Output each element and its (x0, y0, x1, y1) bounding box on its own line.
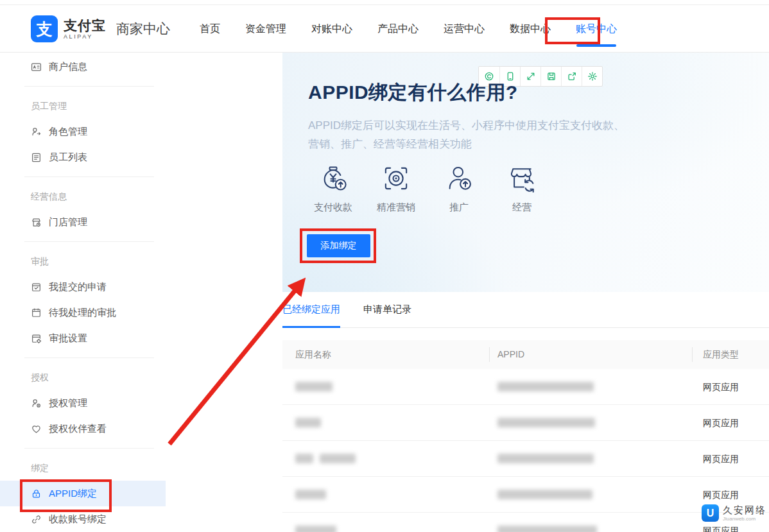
header: 支 支付宝 ALIPAY 商家中心 首页资金管理对账中心产品中心运营中心数据中心… (0, 6, 769, 53)
nav-item-operations[interactable]: 运营中心 (444, 19, 485, 40)
save-icon[interactable] (540, 67, 561, 86)
feature-label: 支付收款 (314, 202, 352, 214)
feature-payment: 支付收款 (308, 162, 358, 214)
sidebar-item-label: 门店管理 (49, 216, 87, 228)
tab-bar: 已经绑定应用 申请单记录 (282, 292, 769, 328)
sidebar-item-store-management[interactable]: 门店管理 (0, 209, 166, 235)
brand-wordmark-zh: 支付宝 (64, 19, 106, 32)
feature-marketing: 精准营销 (371, 162, 421, 214)
promote-icon (443, 162, 475, 194)
redacted-app-name (295, 490, 326, 499)
target-icon (380, 162, 412, 194)
calendar-check-icon (31, 282, 42, 293)
page: 支 支付宝 ALIPAY 商家中心 首页资金管理对账中心产品中心运营中心数据中心… (0, 0, 769, 532)
jiuanweb-logo-icon: U (702, 504, 719, 522)
sidebar-item-role-management[interactable]: 角色管理 (0, 119, 166, 144)
sidebar-item-label: 商户信息 (49, 61, 87, 73)
nav-item-data[interactable]: 数据中心 (510, 19, 551, 40)
feature-list: 支付收款精准营销推广经营 (308, 162, 547, 214)
nav-item-products[interactable]: 产品中心 (377, 19, 419, 40)
nav-item-funds[interactable]: 资金管理 (245, 19, 286, 40)
app-type-cell: 网页应用 (703, 526, 739, 532)
sidebar-item-pending-approvals[interactable]: 待我处理的审批 (0, 300, 166, 325)
feature-operation: 经营 (497, 162, 547, 214)
top-strip (0, 0, 769, 5)
table-row: 网页应用 (282, 513, 769, 532)
sidebar-item-staff-list[interactable]: 员工列表 (0, 144, 166, 170)
nav-item-home[interactable]: 首页 (200, 19, 220, 40)
sidebar-item-label: 待我处理的审批 (49, 307, 116, 319)
sidebar-item-merchant-info[interactable]: 商户信息 (0, 54, 166, 80)
sidebar-item-auth-partner-view[interactable]: 授权伙伴查看 (0, 416, 166, 442)
watermark-text: 久安网络 Jiuanweb.com (723, 505, 766, 522)
portal-title: 商家中心 (116, 20, 170, 38)
tab-bound-apps[interactable]: 已经绑定应用 (282, 292, 340, 327)
redacted-appid (497, 418, 595, 427)
table-row: 网页应用 (282, 369, 769, 405)
table-body: 网页应用网页应用网页应用网页应用网页应用 (282, 369, 769, 532)
nav-item-reconciliation[interactable]: 对账中心 (311, 19, 352, 40)
calendar-icon (31, 307, 42, 318)
expand-icon[interactable] (520, 67, 540, 86)
hero-description-line-1: APPID绑定后可以实现在生活号、小程序中使用支付宝支付收款、 (308, 116, 625, 135)
sidebar-divider (24, 86, 154, 87)
app-type-cell: 网页应用 (703, 382, 739, 393)
list-icon (31, 152, 42, 163)
brand-logo[interactable]: 支 支付宝 ALIPAY (31, 15, 106, 42)
app-type-cell: 网页应用 (703, 454, 739, 465)
sidebar-group-header: 绑定 (0, 455, 166, 481)
tab-application-records[interactable]: 申请单记录 (363, 292, 411, 327)
column-header-app-type: 应用类型 (703, 349, 739, 361)
user-switch-icon (31, 126, 42, 137)
redacted-app-name (295, 454, 313, 463)
sidebar-item-label: 角色管理 (49, 126, 87, 138)
column-header-appid: APPID (497, 349, 524, 359)
sidebar-divider (24, 241, 154, 242)
moneybag-icon (317, 162, 349, 194)
store-icon (31, 217, 42, 228)
brand-wordmark: 支付宝 ALIPAY (64, 19, 106, 40)
feature-label: 推广 (449, 202, 469, 214)
redacted-app-name (295, 526, 336, 532)
lock-icon (31, 488, 42, 499)
shop-icon (506, 162, 538, 194)
sidebar-item-label: 员工列表 (49, 151, 87, 164)
sidebar-divider (24, 357, 154, 358)
watermark-name: 久安网络 (723, 505, 766, 515)
calendar-gear-icon (31, 333, 42, 344)
redacted-app-name (295, 382, 333, 391)
sidebar-item-label: 授权伙伴查看 (49, 423, 107, 435)
sidebar-item-label: 授权管理 (49, 397, 87, 409)
hero-banner: APPID绑定有什么作用? APPID绑定后可以实现在生活号、小程序中使用支付宝… (282, 53, 769, 292)
watermark-domain: Jiuanweb.com (723, 517, 766, 522)
settings-icon[interactable] (582, 67, 602, 86)
table-row: 网页应用 (282, 477, 769, 513)
hero-description: APPID绑定后可以实现在生活号、小程序中使用支付宝支付收款、 营销、推广、经营… (308, 116, 625, 153)
table-row: 网页应用 (282, 405, 769, 441)
share-icon[interactable] (561, 67, 582, 86)
sidebar-group-header: 员工管理 (0, 93, 166, 119)
hero-description-line-2: 营销、推广、经营等经营相关功能 (308, 135, 625, 153)
id-card-icon (31, 62, 42, 73)
redacted-app-name (320, 454, 356, 463)
sidebar-divider (24, 448, 154, 449)
main-content: APPID绑定有什么作用? APPID绑定后可以实现在生活号、小程序中使用支付宝… (282, 53, 769, 532)
alipay-logo-icon: 支 (31, 15, 58, 42)
sidebar-item-payee-account-binding[interactable]: 收款账号绑定 (0, 506, 166, 532)
sidebar: 商户信息员工管理角色管理员工列表经营信息门店管理审批我提交的申请待我处理的审批审… (0, 53, 166, 532)
user-key-icon (31, 398, 42, 409)
sidebar-item-my-applications[interactable]: 我提交的申请 (0, 274, 166, 300)
nav-item-account[interactable]: 账号中心 (576, 19, 617, 40)
hero-title: APPID绑定有什么作用? (308, 80, 518, 106)
sidebar-item-auth-management[interactable]: 授权管理 (0, 390, 166, 416)
feature-label: 精准营销 (377, 202, 415, 214)
redacted-appid (497, 382, 594, 391)
sidebar-item-label: 收款账号绑定 (49, 513, 107, 526)
sidebar-item-appid-binding[interactable]: APPID绑定 (0, 481, 166, 506)
sidebar-item-label: 我提交的申请 (49, 281, 107, 293)
sidebar-item-approval-settings[interactable]: 审批设置 (0, 325, 166, 351)
column-header-app-name: 应用名称 (295, 349, 331, 361)
add-binding-button[interactable]: 添加绑定 (307, 234, 370, 257)
redacted-appid (497, 454, 594, 463)
app-type-cell: 网页应用 (703, 490, 739, 501)
